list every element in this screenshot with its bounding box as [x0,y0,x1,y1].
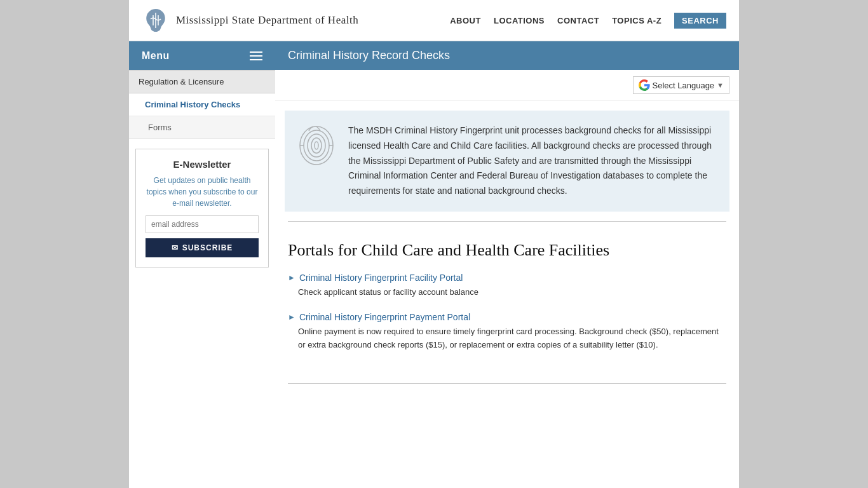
portals-title: Portals for Child Care and Health Care F… [288,241,726,260]
subscribe-button[interactable]: ✉ SUBSCRIBE [146,238,259,257]
portal-item-0: ► Criminal History Fingerprint Facility … [288,273,726,299]
envelope-icon: ✉ [172,243,179,252]
site-header: Mississippi State Department of Health A… [129,0,739,41]
nav-search[interactable]: SEARCH [674,13,726,29]
svg-point-1 [300,126,333,165]
lang-selector-label: Select Language [653,81,715,90]
bottom-divider [288,383,726,384]
content-area: Select Language ▼ The MSDH Crimina [275,70,739,451]
arrow-icon-0: ► [288,273,295,282]
page-title: Criminal History Record Checks [275,41,739,70]
main-nav: ABOUT LOCATIONS CONTACT TOPICS A-Z SEARC… [450,13,726,29]
sidebar: Regulation & Licensure Criminal History … [129,70,275,277]
portals-section: Portals for Child Care and Health Care F… [275,231,739,374]
sidebar-section-title[interactable]: Regulation & Licensure [129,70,275,93]
lang-dropdown-icon: ▼ [717,81,724,89]
menu-label: Menu [142,50,170,62]
arrow-icon-1: ► [288,313,295,322]
language-bar: Select Language ▼ [275,70,739,101]
menu-toggle-button[interactable]: Menu [129,41,275,70]
enewsletter-description: Get updates on public health topics when… [146,175,259,209]
svg-point-4 [311,138,322,153]
svg-point-5 [315,142,318,149]
section-divider [288,221,726,222]
intro-box: The MSDH Criminal History Fingerprint un… [285,111,729,212]
logo-area: Mississippi State Department of Health [142,6,358,34]
nav-topics[interactable]: TOPICS A-Z [612,16,661,25]
email-input[interactable] [146,215,259,233]
portal-link-0[interactable]: ► Criminal History Fingerprint Facility … [288,273,726,283]
fingerprint-icon [297,123,336,168]
portal-desc-1: Online payment is now required to ensure… [288,325,726,352]
org-name: Mississippi State Department of Health [176,14,358,27]
enewsletter-box: E-Newsletter Get updates on public healt… [135,149,269,268]
sidebar-item-forms[interactable]: Forms [129,116,275,139]
enewsletter-title: E-Newsletter [146,159,259,170]
portal-desc-0: Check applicant status or facility accou… [288,286,726,299]
nav-contact[interactable]: CONTACT [557,16,599,25]
language-selector[interactable]: Select Language ▼ [633,76,729,94]
intro-text: The MSDH Criminal History Fingerprint un… [348,123,717,199]
hamburger-icon [250,51,262,60]
google-icon [639,79,650,91]
msdh-logo-icon [142,6,170,34]
sidebar-item-criminal-history[interactable]: Criminal History Checks [129,93,275,116]
top-bar: Menu Criminal History Record Checks [129,41,739,70]
portal-item-1: ► Criminal History Fingerprint Payment P… [288,312,726,352]
nav-locations[interactable]: LOCATIONS [494,16,545,25]
main-layout: Regulation & Licensure Criminal History … [129,70,739,451]
portal-link-1[interactable]: ► Criminal History Fingerprint Payment P… [288,312,726,322]
nav-about[interactable]: ABOUT [450,16,481,25]
